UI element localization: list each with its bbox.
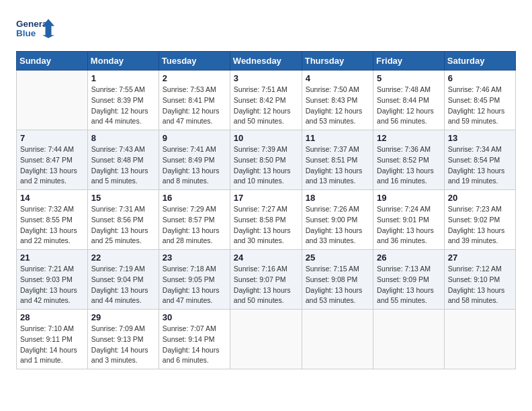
- calendar-day-cell: 7Sunrise: 7:44 AM Sunset: 8:47 PM Daylig…: [17, 130, 88, 190]
- calendar-day-cell: 12Sunrise: 7:36 AM Sunset: 8:52 PM Dayli…: [373, 130, 445, 190]
- day-number: 19: [377, 193, 441, 203]
- page-header: GeneralBlue: [16, 13, 516, 42]
- calendar-day-cell: 19Sunrise: 7:24 AM Sunset: 9:01 PM Dayli…: [373, 190, 445, 250]
- calendar-day-cell: 15Sunrise: 7:31 AM Sunset: 8:56 PM Dayli…: [87, 190, 159, 250]
- day-number: 4: [306, 73, 369, 83]
- calendar-day-cell: 24Sunrise: 7:16 AM Sunset: 9:07 PM Dayli…: [230, 250, 302, 310]
- day-info: Sunrise: 7:32 AM Sunset: 8:55 PM Dayligh…: [20, 204, 84, 246]
- day-info: Sunrise: 7:07 AM Sunset: 9:14 PM Dayligh…: [163, 324, 226, 366]
- day-number: 28: [20, 312, 84, 322]
- day-number: 17: [234, 193, 298, 203]
- calendar-day-cell: [373, 310, 445, 369]
- calendar-day-cell: 29Sunrise: 7:09 AM Sunset: 9:13 PM Dayli…: [87, 310, 159, 369]
- calendar-day-cell: 20Sunrise: 7:23 AM Sunset: 9:02 PM Dayli…: [444, 190, 515, 250]
- day-number: 26: [377, 253, 441, 263]
- day-info: Sunrise: 7:43 AM Sunset: 8:48 PM Dayligh…: [91, 144, 155, 187]
- weekday-header-sunday: Sunday: [17, 52, 88, 71]
- weekday-header-thursday: Thursday: [302, 52, 373, 71]
- day-number: 21: [20, 253, 84, 263]
- day-number: 29: [91, 312, 155, 322]
- day-number: 16: [163, 193, 226, 203]
- day-info: Sunrise: 7:19 AM Sunset: 9:04 PM Dayligh…: [91, 264, 155, 306]
- weekday-header-wednesday: Wednesday: [230, 52, 302, 71]
- day-number: 8: [91, 133, 155, 143]
- day-number: 10: [234, 133, 298, 143]
- calendar-day-cell: 25Sunrise: 7:15 AM Sunset: 9:08 PM Dayli…: [302, 250, 373, 310]
- calendar-day-cell: 3Sunrise: 7:51 AM Sunset: 8:42 PM Daylig…: [230, 71, 302, 130]
- calendar-day-cell: 26Sunrise: 7:13 AM Sunset: 9:09 PM Dayli…: [373, 250, 445, 310]
- day-info: Sunrise: 7:39 AM Sunset: 8:50 PM Dayligh…: [234, 144, 298, 187]
- calendar-day-cell: [302, 310, 373, 369]
- day-number: 5: [377, 73, 441, 83]
- day-info: Sunrise: 7:26 AM Sunset: 9:00 PM Dayligh…: [306, 204, 369, 246]
- day-info: Sunrise: 7:29 AM Sunset: 8:57 PM Dayligh…: [163, 204, 226, 246]
- day-number: 11: [306, 133, 369, 143]
- calendar-day-cell: 5Sunrise: 7:48 AM Sunset: 8:44 PM Daylig…: [373, 71, 445, 130]
- logo: GeneralBlue: [16, 13, 56, 42]
- day-info: Sunrise: 7:46 AM Sunset: 8:45 PM Dayligh…: [448, 85, 512, 127]
- calendar-table: SundayMondayTuesdayWednesdayThursdayFrid…: [16, 51, 516, 369]
- day-info: Sunrise: 7:53 AM Sunset: 8:41 PM Dayligh…: [163, 85, 226, 127]
- day-info: Sunrise: 7:12 AM Sunset: 9:10 PM Dayligh…: [448, 264, 512, 306]
- calendar-day-cell: [444, 310, 515, 369]
- calendar-day-cell: 8Sunrise: 7:43 AM Sunset: 8:48 PM Daylig…: [87, 130, 159, 190]
- day-number: 30: [163, 312, 226, 322]
- day-info: Sunrise: 7:09 AM Sunset: 9:13 PM Dayligh…: [91, 324, 155, 366]
- day-number: 7: [20, 133, 84, 143]
- calendar-week-row: 28Sunrise: 7:10 AM Sunset: 9:11 PM Dayli…: [17, 310, 516, 369]
- calendar-day-cell: 9Sunrise: 7:41 AM Sunset: 8:49 PM Daylig…: [159, 130, 230, 190]
- calendar-week-row: 14Sunrise: 7:32 AM Sunset: 8:55 PM Dayli…: [17, 190, 516, 250]
- day-info: Sunrise: 7:23 AM Sunset: 9:02 PM Dayligh…: [448, 204, 512, 246]
- weekday-header-monday: Monday: [87, 52, 159, 71]
- day-number: 20: [448, 193, 512, 203]
- calendar-day-cell: 27Sunrise: 7:12 AM Sunset: 9:10 PM Dayli…: [444, 250, 515, 310]
- calendar-week-row: 1Sunrise: 7:55 AM Sunset: 8:39 PM Daylig…: [17, 71, 516, 130]
- day-info: Sunrise: 7:24 AM Sunset: 9:01 PM Dayligh…: [377, 204, 441, 246]
- day-number: 9: [163, 133, 226, 143]
- day-number: 2: [163, 73, 226, 83]
- day-number: 3: [234, 73, 298, 83]
- day-info: Sunrise: 7:36 AM Sunset: 8:52 PM Dayligh…: [377, 144, 441, 187]
- day-info: Sunrise: 7:34 AM Sunset: 8:54 PM Dayligh…: [448, 144, 512, 187]
- day-number: 1: [91, 73, 155, 83]
- calendar-day-cell: 18Sunrise: 7:26 AM Sunset: 9:00 PM Dayli…: [302, 190, 373, 250]
- weekday-header-friday: Friday: [373, 52, 445, 71]
- calendar-day-cell: 23Sunrise: 7:18 AM Sunset: 9:05 PM Dayli…: [159, 250, 230, 310]
- calendar-day-cell: 30Sunrise: 7:07 AM Sunset: 9:14 PM Dayli…: [159, 310, 230, 369]
- day-number: 14: [20, 193, 84, 203]
- calendar-day-cell: 14Sunrise: 7:32 AM Sunset: 8:55 PM Dayli…: [17, 190, 88, 250]
- day-number: 22: [91, 253, 155, 263]
- day-info: Sunrise: 7:51 AM Sunset: 8:42 PM Dayligh…: [234, 85, 298, 127]
- calendar-day-cell: 11Sunrise: 7:37 AM Sunset: 8:51 PM Dayli…: [302, 130, 373, 190]
- day-number: 24: [234, 253, 298, 263]
- weekday-header-tuesday: Tuesday: [159, 52, 230, 71]
- day-number: 18: [306, 193, 369, 203]
- calendar-day-cell: 17Sunrise: 7:27 AM Sunset: 8:58 PM Dayli…: [230, 190, 302, 250]
- calendar-day-cell: 1Sunrise: 7:55 AM Sunset: 8:39 PM Daylig…: [87, 71, 159, 130]
- weekday-header-saturday: Saturday: [444, 52, 515, 71]
- svg-text:Blue: Blue: [16, 28, 36, 38]
- day-number: 27: [448, 253, 512, 263]
- calendar-day-cell: 21Sunrise: 7:21 AM Sunset: 9:03 PM Dayli…: [17, 250, 88, 310]
- day-info: Sunrise: 7:21 AM Sunset: 9:03 PM Dayligh…: [20, 264, 84, 306]
- calendar-day-cell: 16Sunrise: 7:29 AM Sunset: 8:57 PM Dayli…: [159, 190, 230, 250]
- day-number: 6: [448, 73, 512, 83]
- day-number: 25: [306, 253, 369, 263]
- calendar-day-cell: 6Sunrise: 7:46 AM Sunset: 8:45 PM Daylig…: [444, 71, 515, 130]
- day-info: Sunrise: 7:10 AM Sunset: 9:11 PM Dayligh…: [20, 324, 84, 366]
- calendar-day-cell: 10Sunrise: 7:39 AM Sunset: 8:50 PM Dayli…: [230, 130, 302, 190]
- day-number: 13: [448, 133, 512, 143]
- day-number: 12: [377, 133, 441, 143]
- day-info: Sunrise: 7:13 AM Sunset: 9:09 PM Dayligh…: [377, 264, 441, 306]
- day-info: Sunrise: 7:31 AM Sunset: 8:56 PM Dayligh…: [91, 204, 155, 246]
- day-info: Sunrise: 7:15 AM Sunset: 9:08 PM Dayligh…: [306, 264, 369, 306]
- calendar-day-cell: [17, 71, 88, 130]
- day-info: Sunrise: 7:16 AM Sunset: 9:07 PM Dayligh…: [234, 264, 298, 306]
- day-info: Sunrise: 7:55 AM Sunset: 8:39 PM Dayligh…: [91, 85, 155, 127]
- day-info: Sunrise: 7:48 AM Sunset: 8:44 PM Dayligh…: [377, 85, 441, 127]
- day-info: Sunrise: 7:41 AM Sunset: 8:49 PM Dayligh…: [163, 144, 226, 187]
- calendar-day-cell: 28Sunrise: 7:10 AM Sunset: 9:11 PM Dayli…: [17, 310, 88, 369]
- day-number: 23: [163, 253, 226, 263]
- calendar-week-row: 7Sunrise: 7:44 AM Sunset: 8:47 PM Daylig…: [17, 130, 516, 190]
- day-info: Sunrise: 7:37 AM Sunset: 8:51 PM Dayligh…: [306, 144, 369, 187]
